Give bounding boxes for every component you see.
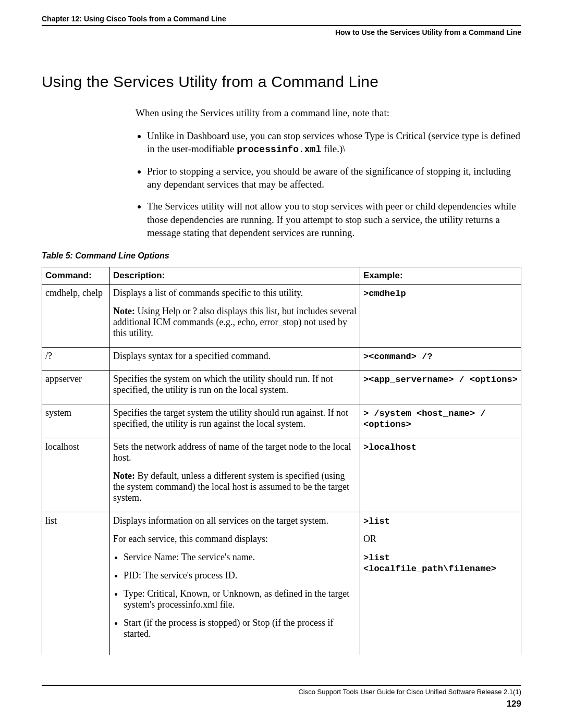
example-cell: >cmdhelp [360, 284, 521, 347]
table-row: appserver Specifies the system on which … [42, 370, 521, 404]
intro-text: When using the Services utility from a c… [136, 106, 521, 120]
note-label: Note: [113, 471, 135, 481]
desc-note: Note: Using Help or ? also displays this… [113, 306, 357, 339]
header-chapter: Chapter 12: Using Cisco Tools from a Com… [42, 15, 521, 25]
example-code: >localhost [363, 442, 417, 452]
table-row: localhost Sets the network address of na… [42, 438, 521, 512]
footer-title: Cisco Support Tools User Guide for Cisco… [42, 688, 521, 696]
example-code: ><command> /? [363, 352, 433, 362]
desc-line: For each service, this command displays: [113, 534, 357, 545]
cmd-cell: appserver [42, 370, 110, 404]
bullet-1-code: processinfo.xml [237, 144, 321, 155]
th-description: Description: [110, 267, 360, 284]
cmd-cell: list [42, 512, 110, 655]
cmd-cell: cmdhelp, chelp [42, 284, 110, 347]
desc-cell: Specifies the target system the utility … [110, 404, 360, 438]
example-cell: >localhost [360, 438, 521, 512]
header-rule [42, 25, 521, 26]
page-title: Using the Services Utility from a Comman… [42, 73, 521, 91]
desc-line: Sets the network address of name of the … [113, 441, 357, 463]
bullet-2: Prior to stopping a service, you should … [147, 165, 521, 191]
table-header-row: Command: Description: Example: [42, 267, 521, 284]
desc-cell: Displays a list of commands specific to … [110, 284, 360, 347]
list-item: Service Name: The service's name. [124, 552, 357, 563]
example-code: ><app_servername> / <options> [363, 375, 518, 385]
footer-rule [42, 685, 521, 686]
note-text: By default, unless a different system is… [113, 471, 349, 503]
footer-page-number: 129 [42, 699, 521, 709]
note-label: Note: [113, 306, 135, 316]
bullet-1: Unlike in Dashboard use, you can stop se… [147, 129, 521, 156]
intro-bullets: Unlike in Dashboard use, you can stop se… [136, 129, 521, 240]
list-item: Type: Critical, Known, or Unknown, as de… [124, 588, 357, 610]
bullet-1-post: file.)\ [321, 143, 345, 154]
list-item: PID: The service's process ID. [124, 570, 357, 581]
table-caption: Table 5: Command Line Options [42, 251, 521, 261]
table-row: /? Displays syntax for a specified comma… [42, 347, 521, 370]
example-cell: >list OR >list <localfile_path\filename> [360, 512, 521, 655]
example-cell: ><app_servername> / <options> [360, 370, 521, 404]
command-table: Command: Description: Example: cmdhelp, … [42, 267, 521, 655]
desc-line: Displays information on all services on … [113, 515, 357, 526]
th-example: Example: [360, 267, 521, 284]
example-cell: > /system <host_name> / <options> [360, 404, 521, 438]
example-code: >list <localfile_path\filename> [363, 553, 496, 574]
table-row: system Specifies the target system the u… [42, 404, 521, 438]
note-text: Using Help or ? also displays this list,… [113, 306, 357, 338]
desc-cell: Displays syntax for a specified command. [110, 347, 360, 370]
list-item: Start (if the process is stopped) or Sto… [124, 618, 357, 639]
cmd-cell: system [42, 404, 110, 438]
th-command: Command: [42, 267, 110, 284]
example-code: > /system <host_name> / <options> [363, 409, 486, 429]
desc-note: Note: By default, unless a different sys… [113, 471, 357, 503]
example-code: >list [363, 516, 390, 526]
desc-line: Displays syntax for a specified command. [113, 351, 357, 362]
header-section: How to Use the Services Utility from a C… [42, 28, 521, 36]
desc-line: Specifies the system on which the utilit… [113, 374, 357, 396]
table-row: list Displays information on all service… [42, 512, 521, 655]
desc-cell: Displays information on all services on … [110, 512, 360, 655]
desc-line: Displays a list of commands specific to … [113, 288, 357, 299]
desc-cell: Sets the network address of name of the … [110, 438, 360, 512]
cmd-cell: localhost [42, 438, 110, 512]
table-row: cmdhelp, chelp Displays a list of comman… [42, 284, 521, 347]
example-or: OR [363, 534, 518, 545]
bullet-3: The Services utility will not allow you … [147, 200, 521, 240]
desc-line: Specifies the target system the utility … [113, 408, 357, 429]
desc-cell: Specifies the system on which the utilit… [110, 370, 360, 404]
example-code: >cmdhelp [363, 289, 406, 299]
cmd-cell: /? [42, 347, 110, 370]
page-footer: Cisco Support Tools User Guide for Cisco… [42, 685, 521, 709]
example-cell: ><command> /? [360, 347, 521, 370]
desc-sublist: Service Name: The service's name. PID: T… [113, 552, 357, 639]
